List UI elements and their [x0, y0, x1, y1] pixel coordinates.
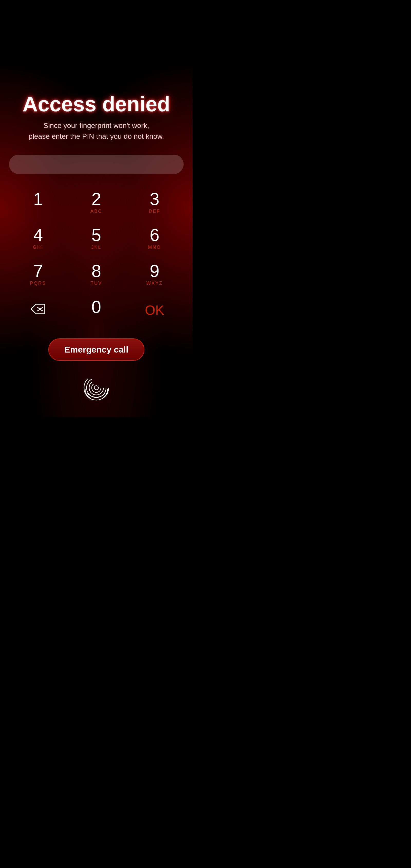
key-8[interactable]: 8 TUV: [67, 256, 126, 292]
subtitle-line1: Since your fingerprint won't work,: [43, 122, 149, 129]
key-2[interactable]: 2 ABC: [67, 184, 126, 220]
fingerprint-section[interactable]: [82, 374, 110, 402]
key-5[interactable]: 5 JKL: [67, 220, 126, 256]
fingerprint-icon: [82, 374, 110, 402]
key-0[interactable]: 0: [67, 292, 126, 328]
key-backspace[interactable]: [9, 292, 67, 328]
key-7[interactable]: 7 PQRS: [9, 256, 67, 292]
key-6[interactable]: 6 MNO: [125, 220, 184, 256]
svg-point-6: [94, 386, 98, 390]
key-1[interactable]: 1: [9, 184, 67, 220]
title-section: Access denied Since your fingerprint won…: [12, 93, 180, 142]
key-9[interactable]: 9 WXYZ: [125, 256, 184, 292]
access-denied-title: Access denied: [23, 93, 170, 116]
svg-point-4: [89, 380, 103, 395]
key-4[interactable]: 4 GHI: [9, 220, 67, 256]
svg-point-5: [92, 383, 101, 392]
emergency-call-label: Emergency call: [64, 345, 128, 354]
subtitle: Since your fingerprint won't work, pleas…: [23, 120, 170, 142]
main-content: Access denied Since your fingerprint won…: [0, 0, 193, 417]
key-3[interactable]: 3 DEF: [125, 184, 184, 220]
keypad: 1 2 ABC 3 DEF 4 GHI 5 JKL 6 MNO: [9, 184, 184, 328]
svg-point-3: [87, 378, 106, 398]
phone-screen: Access denied Since your fingerprint won…: [0, 0, 193, 417]
subtitle-line2: please enter the PIN that you do not kno…: [29, 132, 164, 140]
emergency-call-button[interactable]: Emergency call: [48, 338, 144, 361]
key-ok[interactable]: OK: [125, 292, 184, 328]
pin-input-display: [9, 155, 184, 174]
